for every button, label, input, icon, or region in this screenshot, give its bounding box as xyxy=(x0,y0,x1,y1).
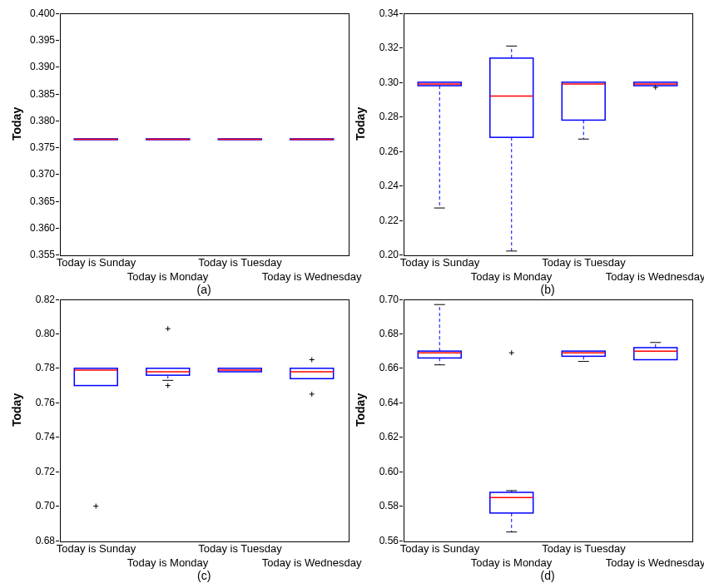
y-tick-label: 0.82 xyxy=(8,294,55,305)
subplot-a: Today0.3550.3600.3650.3700.3750.3800.385… xyxy=(8,8,352,294)
box xyxy=(490,492,533,513)
y-tick-label: 0.62 xyxy=(352,431,399,442)
y-tick-label: 0.22 xyxy=(352,215,399,226)
y-tick-label: 0.56 xyxy=(352,535,399,546)
y-tick-label: 0.370 xyxy=(8,168,55,180)
x-tick-label: Today is Tuesday xyxy=(198,256,281,269)
box xyxy=(490,58,533,137)
y-tick-label: 0.32 xyxy=(352,42,399,53)
y-tick-label: 0.26 xyxy=(352,146,399,157)
y-tick-label: 0.395 xyxy=(8,34,55,46)
y-tick-label: 0.390 xyxy=(8,61,55,72)
y-tick-label: 0.64 xyxy=(352,397,399,408)
box xyxy=(418,351,461,358)
subplot-d: Today0.560.580.600.620.640.660.680.70Tod… xyxy=(352,294,696,581)
boxplot-svg xyxy=(404,299,692,541)
boxplot-svg xyxy=(404,13,692,254)
box xyxy=(74,368,117,385)
y-tick-label: 0.78 xyxy=(8,362,55,373)
y-tick-label: 0.80 xyxy=(8,328,55,339)
y-tick-label: 0.70 xyxy=(8,500,55,511)
subplot-c: Today0.680.700.720.740.760.780.800.82Tod… xyxy=(8,294,352,581)
y-axis-label: Today xyxy=(354,124,367,141)
y-tick-label: 0.60 xyxy=(352,466,399,477)
boxplot-svg xyxy=(60,13,348,254)
y-tick-label: 0.76 xyxy=(8,397,55,408)
y-tick-label: 0.28 xyxy=(352,111,399,122)
figure-grid: Today0.3550.3600.3650.3700.3750.3800.385… xyxy=(8,8,696,580)
x-tick-label: Today is Monday xyxy=(471,270,553,283)
x-tick-label: Today is Tuesday xyxy=(542,542,625,555)
y-tick-label: 0.34 xyxy=(352,7,399,19)
x-tick-label: Today is Wednesday xyxy=(606,556,704,569)
y-tick-label: 0.375 xyxy=(8,141,55,153)
x-tick-label: Today is Wednesday xyxy=(606,270,704,283)
y-tick-label: 0.385 xyxy=(8,88,55,100)
y-tick-label: 0.66 xyxy=(352,362,399,373)
y-tick-label: 0.30 xyxy=(352,77,399,88)
y-axis-label: Today xyxy=(10,124,23,141)
x-tick-label: Today is Wednesday xyxy=(262,556,362,569)
y-tick-label: 0.72 xyxy=(8,466,55,477)
x-tick-label: Today is Monday xyxy=(471,556,553,569)
x-tick-label: Today is Wednesday xyxy=(262,270,362,283)
x-tick-label: Today is Sunday xyxy=(400,542,479,555)
box xyxy=(290,368,334,378)
subplot-b: Today0.200.220.240.260.280.300.320.34Tod… xyxy=(352,8,696,294)
x-tick-label: Today is Monday xyxy=(127,556,209,569)
y-tick-label: 0.20 xyxy=(352,249,399,260)
y-tick-label: 0.380 xyxy=(8,115,55,126)
x-tick-label: Today is Tuesday xyxy=(198,542,281,555)
x-tick-label: Today is Monday xyxy=(127,270,209,283)
y-tick-label: 0.58 xyxy=(352,500,399,511)
y-tick-label: 0.74 xyxy=(8,431,55,442)
x-tick-label: Today is Sunday xyxy=(400,256,479,269)
subplot-label: (d) xyxy=(541,569,555,582)
subplot-label: (c) xyxy=(197,569,211,582)
box xyxy=(562,351,605,356)
y-tick-label: 0.355 xyxy=(8,249,55,260)
y-tick-label: 0.365 xyxy=(8,195,55,207)
y-tick-label: 0.68 xyxy=(8,535,55,546)
x-tick-label: Today is Sunday xyxy=(57,542,136,555)
boxplot-svg xyxy=(60,299,348,541)
x-tick-label: Today is Tuesday xyxy=(542,256,625,269)
x-tick-label: Today is Sunday xyxy=(57,256,136,269)
y-axis-label: Today xyxy=(354,410,367,427)
y-tick-label: 0.68 xyxy=(352,328,399,339)
box xyxy=(634,348,677,360)
y-tick-label: 0.24 xyxy=(352,180,399,191)
y-tick-label: 0.400 xyxy=(8,7,55,19)
y-tick-label: 0.70 xyxy=(352,294,399,305)
box xyxy=(562,82,605,121)
y-axis-label: Today xyxy=(10,410,23,427)
y-tick-label: 0.360 xyxy=(8,222,55,234)
